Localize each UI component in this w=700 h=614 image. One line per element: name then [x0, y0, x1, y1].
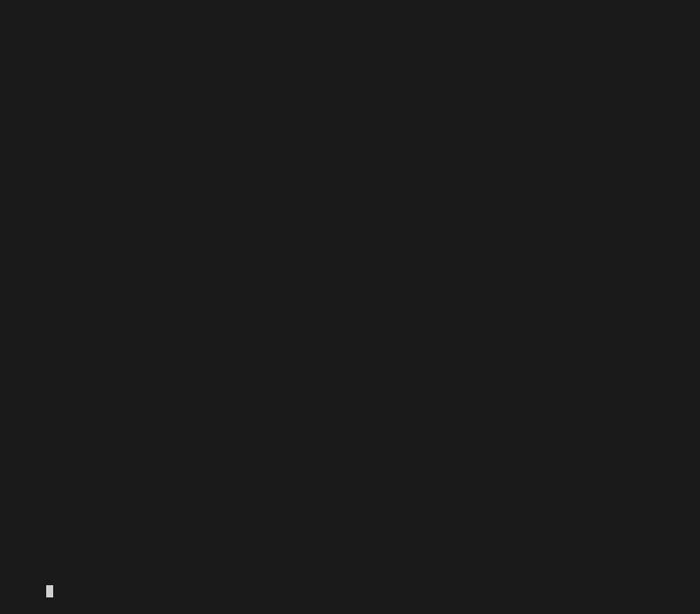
- terminal-prompt: [5, 571, 53, 611]
- terminal-window: [0, 0, 700, 614]
- cursor: [46, 585, 53, 597]
- terminal-output: [0, 0, 700, 570]
- terminal-footer: [0, 570, 700, 614]
